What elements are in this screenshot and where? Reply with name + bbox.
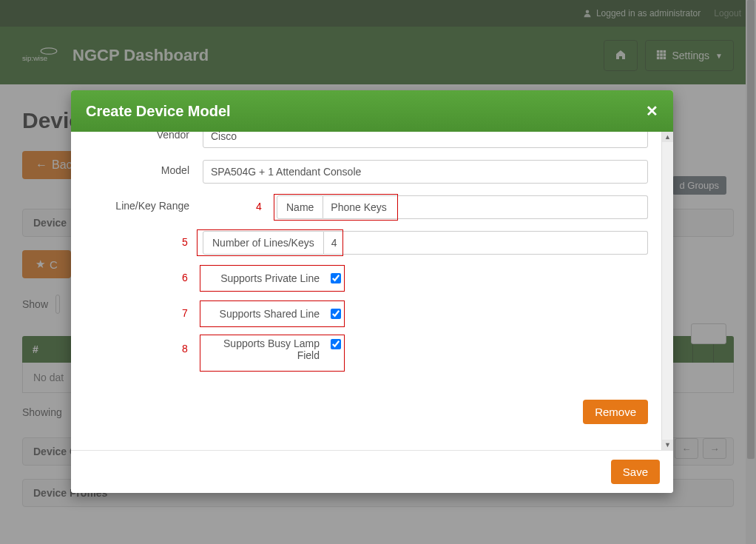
modal-title: Create Device Model xyxy=(86,103,231,120)
range-name-label: Name xyxy=(286,201,314,213)
range-numlines-label-box: Number of Lines/Keys xyxy=(203,231,324,255)
create-device-model-modal: Create Device Model ✕ Vendor Model Line/… xyxy=(71,90,673,493)
shared-line-checkbox[interactable] xyxy=(331,309,341,319)
range-numlines-label: Number of Lines/Keys xyxy=(212,237,314,249)
modal-header: Create Device Model ✕ xyxy=(71,90,673,132)
annotation-5: 5 xyxy=(182,236,188,248)
model-input[interactable] xyxy=(203,160,648,184)
modal-scrollbar[interactable]: ▲ ▼ xyxy=(661,132,673,450)
line-key-range-row: Line/Key Range 4 Name 5 xyxy=(84,195,648,424)
shared-line-row: 7 Supports Shared Line xyxy=(203,302,343,326)
model-label: Model xyxy=(84,160,203,176)
private-line-label: Supports Private Line xyxy=(220,272,328,284)
annotation-7: 7 xyxy=(182,307,188,319)
shared-line-label: Supports Shared Line xyxy=(220,308,328,320)
vendor-input[interactable] xyxy=(203,132,648,148)
range-name-label-box: Name xyxy=(277,195,323,219)
range-label: Line/Key Range xyxy=(84,195,203,212)
vendor-row: Vendor xyxy=(84,132,648,148)
modal-footer: Save xyxy=(71,450,673,493)
annotation-4: 4 xyxy=(256,201,262,212)
range-name-input[interactable] xyxy=(323,195,648,219)
private-line-checkbox[interactable] xyxy=(331,273,341,283)
remove-row: Remove xyxy=(203,400,648,424)
scroll-up-icon[interactable]: ▲ xyxy=(662,132,673,142)
model-row: Model xyxy=(84,160,648,184)
blf-label: Supports Busy Lamp Field xyxy=(210,338,328,361)
annotation-8: 8 xyxy=(182,343,188,355)
range-numlines-input[interactable] xyxy=(324,231,648,255)
modal-body: Vendor Model Line/Key Range 4 xyxy=(71,132,661,450)
range-section: 4 Name 5 Number of Lines/Keys xyxy=(203,195,648,424)
range-numlines-row: 5 Number of Lines/Keys xyxy=(203,231,648,255)
close-icon[interactable]: ✕ xyxy=(646,102,658,120)
vendor-label: Vendor xyxy=(84,132,203,141)
blf-row: 8 Supports Busy Lamp Field xyxy=(203,338,343,370)
blf-checkbox[interactable] xyxy=(331,339,341,349)
scroll-down-icon[interactable]: ▼ xyxy=(662,440,673,450)
remove-button[interactable]: Remove xyxy=(583,400,648,424)
save-button[interactable]: Save xyxy=(611,460,660,484)
private-line-row: 6 Supports Private Line xyxy=(203,266,343,290)
range-name-row: 4 Name xyxy=(203,195,648,219)
scrollbar-track[interactable] xyxy=(662,142,673,440)
annotation-6: 6 xyxy=(182,272,188,283)
